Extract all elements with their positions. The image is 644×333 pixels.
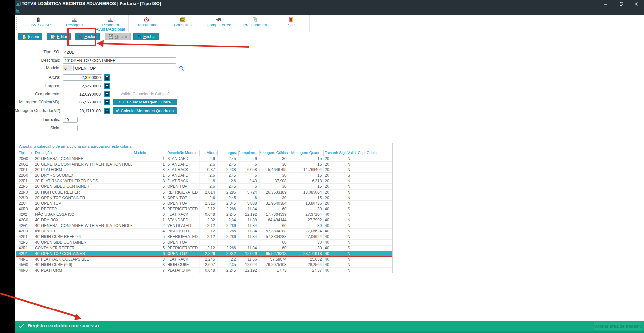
column-header[interactable]: Altura <box>200 150 218 156</box>
table-row-22UT[interactable]: 22UT 20' OPEN TOP 6 OPEN TOP 2,315 2,345… <box>16 201 392 206</box>
table-row-45G0[interactable]: 45G0 40' HIGH CUBE (9,6) 3 HIGH CUBE 2,6… <box>16 262 392 268</box>
toolbar-item-cesv-cesp[interactable]: CESV / CESP <box>20 15 56 32</box>
table-row-42P5[interactable]: 42P5 40' OPEN SIDE CONTAINER 6 OPEN TOP … <box>16 240 392 245</box>
group-by-hint[interactable]: Arrastar o cabeçalho de uma coluna para … <box>16 143 392 150</box>
cell-sigla <box>338 212 346 217</box>
toolbar-item-pre-cadastro[interactable]: Pré-Cadastro <box>237 15 273 32</box>
column-header[interactable]: Modelo <box>132 150 166 156</box>
minimize-icon[interactable] <box>600 1 610 7</box>
table-row-42G1[interactable]: 42G1 40' GENERAL CONTAINER WITH VENTILAT… <box>16 223 392 229</box>
cell-tamanho: 40 <box>324 268 338 273</box>
descricao-field[interactable] <box>63 57 176 64</box>
metragem-cubica-field[interactable] <box>63 99 102 105</box>
table-row-20G0[interactable]: 20G0 20' GENERAL CONTAINER 1 STANDARD 2,… <box>16 156 392 162</box>
cell-comprimento: 12,024 <box>239 262 260 267</box>
table-row-20G1[interactable]: 20G1 20' GENERAL CONTAINER WITH VENTILAT… <box>16 162 392 167</box>
column-header[interactable]: Descrição Modelo <box>166 150 200 156</box>
column-header[interactable]: Metragem Cúbica <box>260 150 289 156</box>
tipo-iso-table: Arrastar o cabeçalho de uma coluna para … <box>16 143 393 273</box>
column-header[interactable]: Tip... ▵ <box>16 150 33 156</box>
cell-tamanho: 20 <box>324 162 338 167</box>
toolbar-item-transit-time[interactable]: Transit Time <box>129 15 165 32</box>
cell-metragem-quadrada: 27,7992 <box>289 217 324 223</box>
altura-field[interactable] <box>63 74 102 81</box>
cell-modelo: 8 <box>132 167 166 172</box>
column-header[interactable]: Valid. Cap. Cubica <box>346 150 392 156</box>
metragem-quadrada-calculator-button[interactable] <box>104 108 110 114</box>
close-icon[interactable] <box>631 1 641 7</box>
cell-valida-cap-cubica: N <box>346 162 392 167</box>
metragem-quadrada-field[interactable] <box>63 108 102 114</box>
table-row-42P1[interactable]: 42P1 40' HIGH CUBE REEF 9'6 5 REFRIGERAT… <box>16 234 392 240</box>
cell-descricao-modelo: STANDARD <box>166 173 200 178</box>
tamanho-field[interactable] <box>63 117 78 123</box>
cell-tipo-iso: 22UT <box>16 201 33 206</box>
toolbar-item-sair[interactable]: Sair <box>273 15 310 32</box>
comprimento-calculator-button[interactable] <box>104 91 110 97</box>
cell-descricao: 20' OPEN TOP CONTAINER <box>33 195 132 200</box>
restore-icon[interactable] <box>617 1 626 7</box>
cell-valida-cap-cubica: N <box>346 257 392 262</box>
column-header[interactable]: Sigla <box>338 150 346 156</box>
metragem-cubica-calculator-button[interactable] <box>104 99 110 105</box>
column-header[interactable]: Metragem Quadr... <box>289 150 324 156</box>
tipo-iso-field[interactable] <box>63 49 102 55</box>
cell-tamanho: 40 <box>324 212 338 217</box>
table-row-44PC[interactable]: 44PC 40' FLATRACK COLLAPSIBLE 8 FLAT RAC… <box>16 257 392 262</box>
taskbar-edge <box>15 331 644 333</box>
cell-descricao: 40' HIGH CUBE REEF 9'6 <box>33 234 132 239</box>
table-row-22G0[interactable]: 22G0 20' DRY - SISCOMEX 1 STANDARD 2,6 2… <box>16 173 392 178</box>
largura-calculator-button[interactable] <box>104 83 110 89</box>
cell-largura: 2,342 <box>218 251 239 256</box>
toolbar-item-pesagem-avulsa[interactable]: Pesagem Avulsa/Adicional <box>92 15 129 32</box>
table-row-22P5[interactable]: 22P5 20' OPEN SIDED CONTAINER 6 OPEN TOP… <box>16 184 392 189</box>
gravar-button[interactable]: Gravar <box>105 33 131 40</box>
cell-tipo-iso: 40R0 <box>16 206 33 212</box>
table-row-4202[interactable]: 4202 NÃO USAR ESSA ISO 8 FLAT RACK 0,648… <box>16 212 392 217</box>
sigla-field[interactable] <box>63 125 78 131</box>
table-row-42U1[interactable]: 42U1 40' OPEN TOP CONTAINER 6 OPEN TOP 2… <box>16 251 392 257</box>
table-row-22R0[interactable]: 22R0 20' HIGH CUBE REEFER 5 REFRIGERATED… <box>16 190 392 195</box>
inserir-button[interactable]: Inserir <box>18 33 42 40</box>
largura-field[interactable] <box>63 83 102 89</box>
table-row-42H0[interactable]: 42H0 INSULATED 4 INSULATED 2,12 2,286 11… <box>16 229 392 234</box>
table-row-42G0[interactable]: 42G0 40' DRY BOX 1 STANDARD 2,32 2,34 11… <box>16 217 392 223</box>
cell-modelo: 1 <box>132 217 166 223</box>
altura-calculator-button[interactable] <box>104 74 110 81</box>
calcular-metragem-quadrada-button[interactable]: a² Calcular Metragem Quadrada <box>113 107 177 114</box>
editar-button[interactable]: Editar <box>47 33 71 40</box>
column-header[interactable]: Comprime... <box>239 150 260 156</box>
toolbar-item-comp-ferrea[interactable]: Comp. Férrea <box>201 15 237 32</box>
table-row-22P1[interactable]: 22P1 20' FLAT RACK WITH FIXED ENDS 8 FLA… <box>16 178 392 184</box>
toolbar-item-pesagem[interactable]: Pesagem <box>56 15 93 32</box>
show-desktop-tooltip[interactable]: Mostrar área de trabalho <box>594 322 641 330</box>
cell-tipo-iso: 22U0 <box>16 195 33 200</box>
cell-sigla <box>338 217 346 223</box>
excluir-button[interactable]: Excluir <box>75 33 100 40</box>
menu-bar <box>15 7 644 15</box>
table-row-49P0[interactable]: 49P0 40' PLATFORM 7 PLATAFORM 0,648 2,24… <box>16 268 392 273</box>
cell-valida-cap-cubica: N <box>346 156 392 161</box>
column-header[interactable]: Descrição <box>33 150 132 156</box>
cell-altura: 2,6 <box>200 173 218 178</box>
table-row-22U0[interactable]: 22U0 20' OPEN TOP CONTAINER 6 OPEN TOP 2… <box>16 195 392 201</box>
table-row-42R1[interactable]: 42R1 CONTAINER REEFER 5 REFRIGERATED 2,1… <box>16 246 392 251</box>
column-header[interactable]: Tamanho <box>324 150 338 156</box>
modelo-search-button[interactable] <box>178 65 185 71</box>
comprimento-field[interactable] <box>63 91 102 97</box>
table-row-20P1[interactable]: 20P1 20' PLATFORM 8 FLAT RACK 0,37 2,438… <box>16 167 392 173</box>
cell-largura: 2,45 <box>218 173 239 178</box>
valida-capacidade-checkbox[interactable] <box>114 92 118 96</box>
modelo-code-field[interactable] <box>63 65 72 71</box>
column-header[interactable]: Largura <box>218 150 239 156</box>
cell-descricao-modelo: FLAT RACK <box>166 178 200 183</box>
modelo-desc-field[interactable] <box>73 65 176 71</box>
toolbar-drag-handle[interactable] <box>16 17 17 30</box>
fechar-button[interactable]: Fechar <box>133 33 159 40</box>
calcular-metragem-cubica-button[interactable]: s³ Calcular Metragem Cúbica <box>113 99 177 105</box>
cell-altura: 0,37 <box>200 167 218 172</box>
cell-altura: 2,6 <box>200 156 218 161</box>
cell-descricao: INSULATED <box>33 229 132 234</box>
toolbar-item-consultas[interactable]: Consultas <box>165 15 201 32</box>
table-row-40R0[interactable]: 40R0 40' REEFER 5 REFRIGERATED 2,12 2,28… <box>16 206 392 212</box>
